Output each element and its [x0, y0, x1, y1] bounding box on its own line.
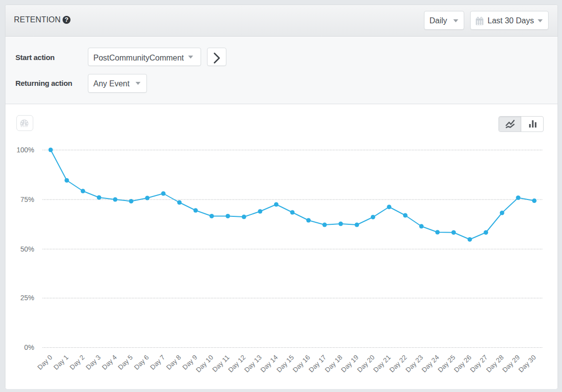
svg-text:Day 18: Day 18 [324, 354, 344, 374]
svg-text:Day 15: Day 15 [275, 354, 295, 374]
svg-text:100%: 100% [16, 146, 34, 154]
svg-text:Day 24: Day 24 [420, 353, 440, 374]
svg-text:0%: 0% [24, 343, 34, 351]
svg-text:Day 14: Day 14 [259, 353, 280, 374]
svg-text:50%: 50% [20, 245, 34, 253]
svg-text:Day 26: Day 26 [452, 354, 473, 374]
svg-text:Day 4: Day 4 [101, 353, 119, 371]
svg-text:Day 7: Day 7 [149, 354, 167, 372]
svg-text:Day 29: Day 29 [501, 354, 521, 374]
svg-text:Day 30: Day 30 [517, 354, 537, 374]
svg-text:Day 17: Day 17 [307, 354, 328, 374]
svg-text:75%: 75% [20, 196, 34, 203]
svg-text:Day 0: Day 0 [36, 354, 54, 372]
svg-text:Day 16: Day 16 [291, 354, 312, 374]
svg-text:Day 12: Day 12 [227, 354, 247, 374]
svg-text:Day 25: Day 25 [436, 354, 457, 374]
svg-text:Day 5: Day 5 [117, 354, 135, 372]
svg-text:Day 21: Day 21 [372, 354, 392, 374]
svg-text:Day 22: Day 22 [388, 354, 409, 374]
svg-text:Day 2: Day 2 [69, 354, 86, 372]
svg-text:Day 28: Day 28 [485, 354, 505, 374]
svg-text:Day 20: Day 20 [356, 354, 376, 374]
svg-text:Day 10: Day 10 [195, 354, 215, 374]
svg-text:Day 8: Day 8 [165, 354, 183, 372]
svg-text:Day 1: Day 1 [52, 354, 70, 372]
svg-text:25%: 25% [20, 294, 34, 302]
svg-text:Day 23: Day 23 [404, 354, 424, 374]
svg-text:Day 19: Day 19 [340, 354, 360, 374]
svg-text:Day 27: Day 27 [469, 354, 489, 374]
svg-text:Day 13: Day 13 [243, 354, 263, 374]
svg-text:Day 6: Day 6 [133, 354, 150, 372]
svg-text:Day 3: Day 3 [84, 354, 102, 372]
svg-text:Day 11: Day 11 [211, 354, 231, 374]
